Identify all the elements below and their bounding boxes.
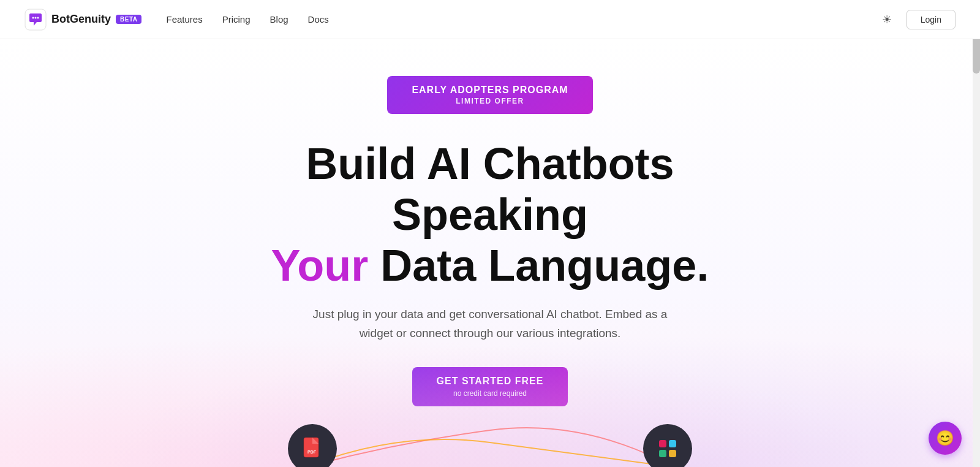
- logo-area: BotGenuity BETA: [24, 9, 141, 31]
- badge-title: EARLY ADOPTERS PROGRAM: [412, 85, 568, 96]
- pdf-icon-circle: PDF: [288, 424, 337, 467]
- svg-rect-8: [659, 440, 666, 447]
- hero-title-part2: Data Language.: [380, 241, 709, 290]
- nav-pricing[interactable]: Pricing: [222, 14, 251, 25]
- hero-subtitle: Just plug in your data and get conversat…: [306, 305, 674, 343]
- scrollbar-track: [973, 0, 980, 467]
- svg-rect-11: [669, 450, 676, 457]
- hero-section: EARLY ADOPTERS PROGRAM LIMITED OFFER Bui…: [0, 39, 980, 467]
- logo-text: BotGenuity: [51, 13, 111, 26]
- chatbot-fab-button[interactable]: 😊: [929, 422, 962, 455]
- theme-toggle-button[interactable]: ☀: [877, 10, 897, 29]
- pdf-icon: PDF: [299, 435, 326, 462]
- hero-title: Build AI Chatbots Speaking Your Data Lan…: [214, 139, 766, 290]
- hero-title-part1: Build AI Chatbots Speaking: [306, 139, 674, 239]
- beta-badge: BETA: [116, 15, 141, 24]
- svg-rect-5: [304, 438, 318, 457]
- slack-icon: [654, 435, 681, 462]
- svg-rect-10: [659, 450, 666, 457]
- svg-text:PDF: PDF: [307, 450, 317, 454]
- navbar: BotGenuity BETA Features Pricing Blog Do…: [0, 0, 980, 39]
- nav-links: Features Pricing Blog Docs: [166, 14, 876, 25]
- chatbot-fab-icon: 😊: [936, 430, 954, 447]
- badge-subtitle: LIMITED OFFER: [412, 97, 568, 105]
- svg-point-4: [37, 17, 39, 18]
- slack-icon-container: [643, 424, 692, 467]
- svg-rect-9: [669, 440, 676, 447]
- slack-icon-circle: [643, 424, 692, 467]
- nav-docs[interactable]: Docs: [308, 14, 329, 25]
- early-adopters-badge[interactable]: EARLY ADOPTERS PROGRAM LIMITED OFFER: [387, 76, 592, 114]
- hero-title-highlight: Your: [271, 241, 369, 290]
- nav-right: ☀ Login: [877, 10, 956, 29]
- nav-blog[interactable]: Blog: [270, 14, 288, 25]
- cta-main-text: GET STARTED FREE: [412, 367, 568, 389]
- svg-point-3: [35, 17, 37, 18]
- nav-features[interactable]: Features: [166, 14, 202, 25]
- login-button[interactable]: Login: [907, 10, 956, 29]
- logo-icon: [24, 9, 47, 31]
- pdf-icon-container: PDF: [288, 424, 337, 467]
- svg-point-2: [32, 17, 34, 18]
